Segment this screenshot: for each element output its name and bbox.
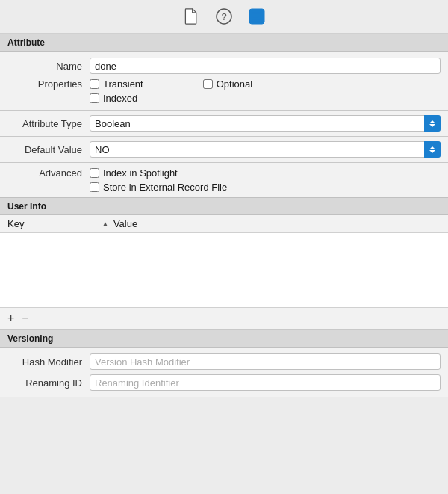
attribute-section-header: Attribute: [0, 34, 448, 52]
index-spotlight-group: Index in Spotlight: [90, 167, 227, 179]
properties-content: Transient Optional Indexed: [90, 78, 441, 104]
sort-icon: ▲: [102, 220, 109, 228]
default-value-select[interactable]: NO YES: [90, 141, 441, 158]
store-external-checkbox[interactable]: [90, 182, 99, 192]
svg-rect-5: [252, 19, 261, 21]
store-external-group: Store in External Record File: [90, 182, 227, 193]
attribute-type-row: Attribute Type Boolean String Integer 16…: [7, 115, 441, 132]
user-info-section-header: User Info: [0, 197, 448, 215]
renaming-id-label: Renaming ID: [7, 377, 90, 389]
name-row: Name: [7, 58, 441, 74]
indexed-label: Indexed: [103, 93, 137, 104]
default-value-select-wrapper: NO YES: [90, 141, 441, 158]
index-spotlight-checkbox[interactable]: [90, 168, 99, 178]
toolbar: ?: [0, 0, 448, 34]
properties-label: Properties: [7, 78, 90, 90]
name-input[interactable]: [90, 58, 441, 74]
optional-checkbox[interactable]: [203, 79, 213, 89]
help-icon[interactable]: ?: [215, 7, 233, 25]
svg-rect-3: [252, 12, 262, 13]
optional-label: Optional: [217, 78, 252, 90]
user-info-body: [0, 233, 448, 308]
transient-checkbox-group: Transient: [90, 78, 143, 90]
advanced-row: Advanced Index in Spotlight Store in Ext…: [7, 167, 441, 193]
indexed-checkbox-group: Indexed: [90, 93, 137, 104]
props-line-2: Indexed: [90, 93, 137, 104]
optional-checkbox-group: Optional: [203, 78, 252, 90]
remove-user-info-button[interactable]: −: [22, 312, 28, 324]
svg-text:?: ?: [221, 11, 226, 22]
hash-modifier-input[interactable]: [90, 353, 441, 370]
store-external-label: Store in External Record File: [103, 182, 227, 193]
attribute-type-content: Boolean String Integer 16 Integer 32 Int…: [90, 115, 441, 132]
inspector-icon[interactable]: [248, 7, 266, 25]
attribute-type-body: Attribute Type Boolean String Integer 16…: [0, 111, 448, 136]
document-icon[interactable]: [182, 7, 200, 25]
attribute-type-select[interactable]: Boolean String Integer 16 Integer 32 Int…: [90, 115, 441, 132]
advanced-body: Advanced Index in Spotlight Store in Ext…: [0, 163, 448, 197]
default-value-content: NO YES: [90, 141, 441, 158]
key-column-header: Key: [7, 218, 97, 229]
name-label: Name: [7, 61, 90, 72]
add-user-info-button[interactable]: +: [7, 312, 14, 324]
value-column-header: Value: [113, 218, 441, 229]
name-content: [90, 58, 441, 74]
attribute-type-select-wrapper: Boolean String Integer 16 Integer 32 Int…: [90, 115, 441, 132]
svg-rect-4: [252, 16, 259, 17]
user-info-table-header: Key ▲ Value: [0, 215, 448, 233]
renaming-id-input[interactable]: [90, 374, 441, 391]
transient-label: Transient: [103, 78, 143, 90]
advanced-checkboxes: Index in Spotlight Store in External Rec…: [90, 167, 227, 193]
attribute-type-label: Attribute Type: [7, 118, 90, 129]
hash-modifier-label: Hash Modifier: [7, 356, 90, 368]
versioning-section-body: Hash Modifier Renaming ID: [0, 348, 448, 397]
versioning-section-header: Versioning: [0, 330, 448, 348]
renaming-id-row: Renaming ID: [7, 374, 441, 391]
indexed-checkbox[interactable]: [90, 93, 99, 103]
transient-checkbox[interactable]: [90, 79, 99, 89]
hash-modifier-row: Hash Modifier: [7, 353, 441, 370]
default-value-row: Default Value NO YES: [7, 141, 441, 158]
renaming-id-content: [90, 374, 441, 391]
index-spotlight-label: Index in Spotlight: [103, 167, 178, 179]
user-info-toolbar: + −: [0, 308, 448, 330]
default-value-body: Default Value NO YES: [0, 137, 448, 162]
attribute-section-body: Name Properties Transient Optional: [0, 52, 448, 110]
properties-row: Properties Transient Optional I: [7, 78, 441, 104]
advanced-content: Index in Spotlight Store in External Rec…: [90, 167, 441, 193]
default-value-label: Default Value: [7, 144, 90, 155]
properties-checkboxes: Transient Optional Indexed: [90, 78, 252, 104]
advanced-label: Advanced: [7, 167, 90, 179]
props-line-1: Transient Optional: [90, 78, 252, 90]
hash-modifier-content: [90, 353, 441, 370]
